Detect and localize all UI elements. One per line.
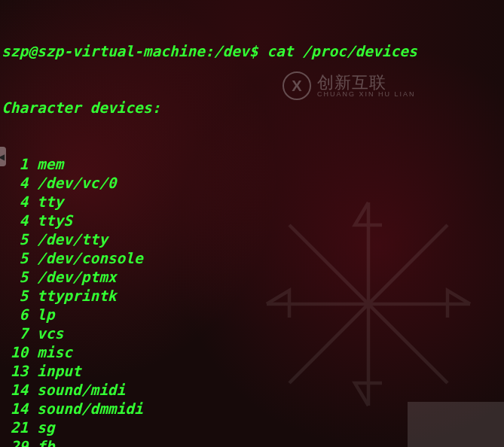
device-major: 4 [2, 174, 28, 193]
spacer [28, 287, 37, 306]
device-row: 21 sg [2, 418, 502, 437]
terminal-output[interactable]: szp@szp-virtual-machine:/dev$ cat /proc/… [0, 0, 504, 447]
device-name: lp [37, 306, 54, 324]
left-edge-handle-icon[interactable]: ◀ [0, 147, 6, 166]
device-name: /dev/console [37, 249, 143, 268]
device-row: 13 input [2, 362, 502, 381]
device-name: tty [37, 193, 63, 211]
device-row: 4 /dev/vc/0 [2, 174, 502, 193]
device-name: sg [37, 418, 54, 437]
spacer [28, 193, 37, 211]
device-major: 5 [2, 287, 28, 306]
spacer [28, 249, 37, 268]
device-name: /dev/vc/0 [37, 174, 117, 193]
device-name: /dev/ptmx [37, 268, 117, 287]
device-row: 5 ttyprintk [2, 287, 502, 306]
device-row: 4 tty [2, 193, 502, 211]
device-row: 4 ttyS [2, 211, 502, 230]
device-row: 29 fb [2, 437, 502, 447]
device-major: 10 [2, 343, 28, 362]
device-name: mem [37, 155, 63, 174]
spacer [28, 306, 37, 324]
spacer [28, 155, 37, 174]
section-header: Character devices: [2, 99, 502, 117]
device-major: 5 [2, 230, 28, 249]
device-major: 14 [2, 400, 28, 418]
device-major: 13 [2, 362, 28, 381]
spacer [28, 230, 37, 249]
device-row: 14 sound/dmmidi [2, 400, 502, 418]
device-row: 10 misc [2, 343, 502, 362]
device-row: 5 /dev/ptmx [2, 268, 502, 287]
device-major: 4 [2, 193, 28, 211]
shell-prompt: szp@szp-virtual-machine:/dev$ [2, 42, 267, 61]
device-row: 1 mem [2, 155, 502, 174]
device-name: ttyS [37, 211, 72, 230]
prompt-line: szp@szp-virtual-machine:/dev$ cat /proc/… [2, 42, 502, 61]
device-name: misc [37, 343, 72, 362]
device-major: 4 [2, 211, 28, 230]
spacer [28, 437, 37, 447]
spacer [28, 174, 37, 193]
device-name: vcs [37, 324, 63, 343]
device-name: ttyprintk [37, 287, 117, 306]
device-list: 1 mem4 /dev/vc/04 tty4 ttyS5 /dev/tty5 /… [2, 155, 502, 447]
device-row: 14 sound/midi [2, 381, 502, 400]
device-name: /dev/tty [37, 230, 108, 249]
spacer [28, 343, 37, 362]
shell-command: cat /proc/devices [267, 42, 417, 61]
device-major: 7 [2, 324, 28, 343]
device-major: 5 [2, 249, 28, 268]
spacer [28, 324, 37, 343]
device-row: 5 /dev/console [2, 249, 502, 268]
spacer [28, 418, 37, 437]
spacer [28, 400, 37, 418]
spacer [28, 362, 37, 381]
device-name: fb [37, 437, 54, 447]
device-major: 14 [2, 381, 28, 400]
device-major: 5 [2, 268, 28, 287]
device-major: 29 [2, 437, 28, 447]
device-major: 21 [2, 418, 28, 437]
spacer [28, 268, 37, 287]
device-major: 6 [2, 306, 28, 324]
device-name: input [37, 362, 81, 381]
device-name: sound/dmmidi [37, 400, 143, 418]
spacer [28, 211, 37, 230]
device-row: 6 lp [2, 306, 502, 324]
spacer [28, 381, 37, 400]
device-row: 5 /dev/tty [2, 230, 502, 249]
device-row: 7 vcs [2, 324, 502, 343]
device-name: sound/midi [37, 381, 125, 400]
